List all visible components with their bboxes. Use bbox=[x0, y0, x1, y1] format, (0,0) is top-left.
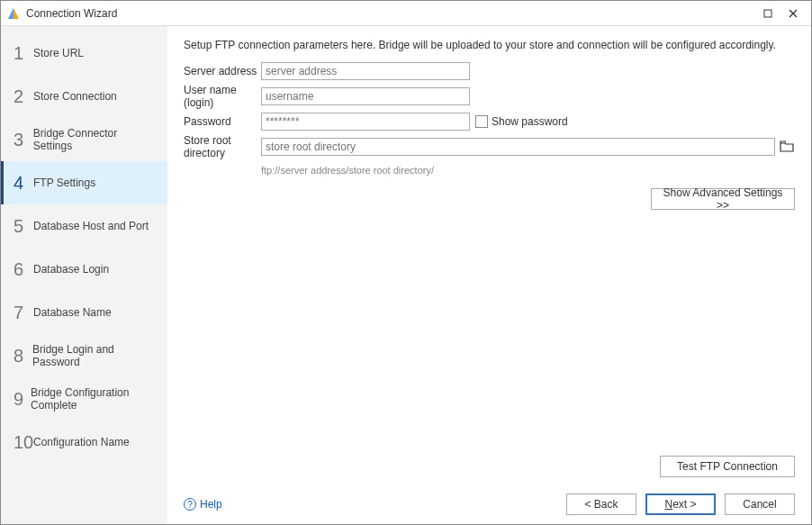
next-label-rest: ext > bbox=[672, 498, 696, 511]
input-store-root[interactable] bbox=[261, 138, 775, 156]
titlebar: Connection Wizard bbox=[1, 1, 811, 26]
help-label: Help bbox=[200, 498, 222, 511]
advanced-row: Show Advanced Settings >> bbox=[184, 188, 795, 210]
step-database-name[interactable]: 7Database Name bbox=[1, 291, 167, 334]
step-bridge-login-password[interactable]: 8Bridge Login and Password bbox=[1, 334, 167, 377]
svg-rect-2 bbox=[764, 10, 771, 17]
maximize-button[interactable] bbox=[755, 5, 780, 23]
footer-buttons: < Back Next > Cancel bbox=[566, 493, 795, 515]
label-password: Password bbox=[184, 115, 261, 128]
step-store-connection[interactable]: 2Store Connection bbox=[1, 75, 167, 118]
step-store-url[interactable]: 1Store URL bbox=[1, 32, 167, 75]
step-configuration-name[interactable]: 10Configuration Name bbox=[1, 421, 167, 464]
step-database-login[interactable]: 6Database Login bbox=[1, 248, 167, 291]
label-server-address: Server address bbox=[184, 65, 261, 77]
svg-marker-1 bbox=[8, 8, 14, 19]
description-text: Setup FTP connection parameters here. Br… bbox=[184, 39, 795, 51]
input-server-address[interactable] bbox=[261, 62, 470, 80]
help-link[interactable]: ? Help bbox=[184, 498, 222, 511]
label-username: User name (login) bbox=[184, 84, 261, 109]
row-store-root: Store root directory bbox=[184, 134, 795, 159]
input-username[interactable] bbox=[261, 87, 470, 105]
help-icon: ? bbox=[184, 498, 196, 511]
next-button[interactable]: Next > bbox=[645, 493, 716, 515]
step-bridge-connector-settings[interactable]: 3Bridge Connector Settings bbox=[1, 118, 167, 161]
label-show-password: Show password bbox=[492, 115, 568, 128]
window-title: Connection Wizard bbox=[26, 7, 755, 20]
step-bridge-config-complete[interactable]: 9Bridge Configuration Complete bbox=[1, 377, 167, 421]
show-advanced-button[interactable]: Show Advanced Settings >> bbox=[651, 188, 795, 210]
row-password: Password Show password bbox=[184, 113, 795, 131]
show-password-wrap[interactable]: Show password bbox=[475, 115, 568, 128]
app-icon bbox=[6, 6, 21, 21]
test-ftp-button[interactable]: Test FTP Connection bbox=[660, 456, 795, 477]
close-button[interactable] bbox=[780, 5, 806, 23]
wizard-sidebar: 1Store URL 2Store Connection 3Bridge Con… bbox=[1, 26, 167, 524]
back-button[interactable]: < Back bbox=[566, 493, 636, 515]
step-ftp-settings[interactable]: 4FTP Settings bbox=[1, 161, 167, 204]
test-row: Test FTP Connection bbox=[184, 456, 795, 477]
connection-wizard-window: Connection Wizard 1Store URL 2Store Conn… bbox=[0, 0, 812, 525]
row-username: User name (login) bbox=[184, 84, 795, 109]
spacer bbox=[184, 210, 795, 456]
footer: ? Help < Back Next > Cancel bbox=[184, 486, 795, 515]
label-store-root: Store root directory bbox=[184, 134, 261, 159]
browse-folder-icon[interactable] bbox=[779, 139, 795, 155]
main-panel: Setup FTP connection parameters here. Br… bbox=[167, 26, 811, 524]
cancel-button[interactable]: Cancel bbox=[725, 493, 795, 515]
body: 1Store URL 2Store Connection 3Bridge Con… bbox=[1, 26, 811, 524]
path-hint: ftp://server address/store root director… bbox=[261, 165, 795, 176]
input-password[interactable] bbox=[261, 113, 470, 131]
row-server-address: Server address bbox=[184, 62, 795, 80]
step-database-host-port[interactable]: 5Database Host and Port bbox=[1, 204, 167, 248]
checkbox-show-password[interactable] bbox=[475, 115, 488, 128]
